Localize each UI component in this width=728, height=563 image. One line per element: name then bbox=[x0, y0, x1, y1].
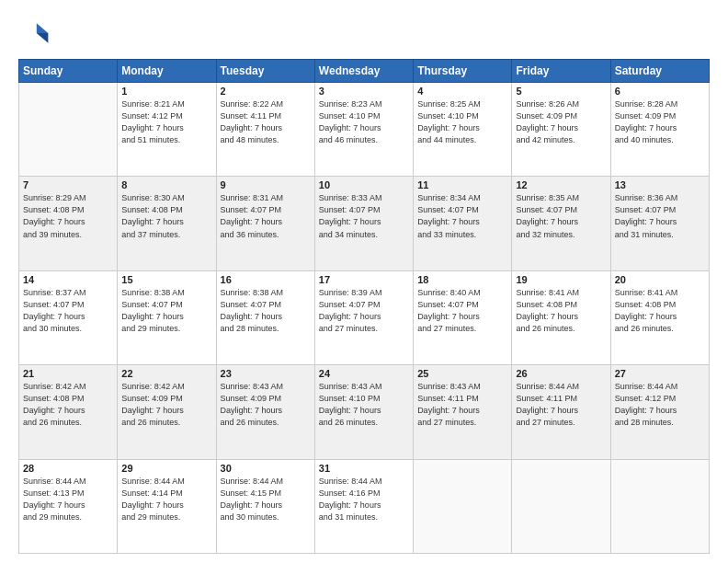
day-info: Sunrise: 8:43 AM Sunset: 4:09 PM Dayligh… bbox=[221, 381, 311, 429]
day-number: 27 bbox=[615, 368, 705, 379]
calendar-cell: 9Sunrise: 8:31 AM Sunset: 4:07 PM Daylig… bbox=[216, 177, 314, 270]
day-info: Sunrise: 8:44 AM Sunset: 4:13 PM Dayligh… bbox=[23, 476, 113, 523]
day-number: 21 bbox=[23, 368, 113, 379]
day-info: Sunrise: 8:34 AM Sunset: 4:07 PM Dayligh… bbox=[417, 192, 507, 240]
day-number: 22 bbox=[121, 368, 211, 379]
day-info: Sunrise: 8:44 AM Sunset: 4:16 PM Dayligh… bbox=[319, 476, 409, 523]
weekday-header-row: SundayMondayTuesdayWednesdayThursdayFrid… bbox=[19, 60, 710, 83]
calendar-cell: 11Sunrise: 8:34 AM Sunset: 4:07 PM Dayli… bbox=[414, 177, 512, 270]
svg-marker-0 bbox=[37, 23, 49, 33]
calendar-cell: 30Sunrise: 8:44 AM Sunset: 4:15 PM Dayli… bbox=[216, 459, 314, 553]
calendar-cell: 19Sunrise: 8:41 AM Sunset: 4:08 PM Dayli… bbox=[512, 270, 610, 364]
day-info: Sunrise: 8:44 AM Sunset: 4:15 PM Dayligh… bbox=[221, 476, 311, 523]
day-number: 26 bbox=[516, 368, 606, 379]
week-row-5: 28Sunrise: 8:44 AM Sunset: 4:13 PM Dayli… bbox=[19, 459, 710, 553]
day-number: 7 bbox=[23, 179, 113, 190]
day-info: Sunrise: 8:33 AM Sunset: 4:07 PM Dayligh… bbox=[319, 192, 409, 240]
calendar-cell: 1Sunrise: 8:21 AM Sunset: 4:12 PM Daylig… bbox=[118, 83, 216, 177]
day-info: Sunrise: 8:22 AM Sunset: 4:11 PM Dayligh… bbox=[221, 98, 311, 146]
day-number: 8 bbox=[121, 179, 211, 190]
day-info: Sunrise: 8:21 AM Sunset: 4:12 PM Dayligh… bbox=[121, 98, 211, 146]
day-number: 10 bbox=[319, 179, 409, 190]
calendar-cell: 13Sunrise: 8:36 AM Sunset: 4:07 PM Dayli… bbox=[610, 177, 709, 270]
calendar-cell: 20Sunrise: 8:41 AM Sunset: 4:08 PM Dayli… bbox=[610, 270, 709, 364]
day-info: Sunrise: 8:31 AM Sunset: 4:07 PM Dayligh… bbox=[221, 192, 311, 240]
logo-icon bbox=[18, 17, 51, 50]
day-info: Sunrise: 8:23 AM Sunset: 4:10 PM Dayligh… bbox=[319, 98, 409, 146]
day-info: Sunrise: 8:42 AM Sunset: 4:08 PM Dayligh… bbox=[23, 381, 113, 429]
day-info: Sunrise: 8:26 AM Sunset: 4:09 PM Dayligh… bbox=[516, 98, 606, 146]
calendar-cell: 14Sunrise: 8:37 AM Sunset: 4:07 PM Dayli… bbox=[19, 270, 118, 364]
calendar-cell: 27Sunrise: 8:44 AM Sunset: 4:12 PM Dayli… bbox=[610, 365, 709, 459]
day-info: Sunrise: 8:30 AM Sunset: 4:08 PM Dayligh… bbox=[121, 192, 211, 240]
calendar-cell: 25Sunrise: 8:43 AM Sunset: 4:11 PM Dayli… bbox=[414, 365, 512, 459]
day-number: 12 bbox=[516, 179, 606, 190]
calendar-cell: 24Sunrise: 8:43 AM Sunset: 4:10 PM Dayli… bbox=[314, 365, 413, 459]
day-info: Sunrise: 8:39 AM Sunset: 4:07 PM Dayligh… bbox=[319, 287, 409, 335]
day-info: Sunrise: 8:28 AM Sunset: 4:09 PM Dayligh… bbox=[615, 98, 705, 146]
day-number: 11 bbox=[417, 179, 507, 190]
day-number: 24 bbox=[319, 368, 409, 379]
svg-marker-1 bbox=[37, 33, 49, 43]
calendar-cell bbox=[512, 459, 610, 553]
calendar-table: SundayMondayTuesdayWednesdayThursdayFrid… bbox=[18, 59, 710, 554]
day-number: 13 bbox=[615, 179, 705, 190]
day-info: Sunrise: 8:41 AM Sunset: 4:08 PM Dayligh… bbox=[615, 287, 705, 335]
day-number: 1 bbox=[121, 86, 211, 97]
calendar-cell bbox=[610, 459, 709, 553]
calendar-cell: 8Sunrise: 8:30 AM Sunset: 4:08 PM Daylig… bbox=[118, 177, 216, 270]
calendar-cell: 7Sunrise: 8:29 AM Sunset: 4:08 PM Daylig… bbox=[19, 177, 118, 270]
day-info: Sunrise: 8:40 AM Sunset: 4:07 PM Dayligh… bbox=[417, 287, 507, 335]
calendar-cell: 10Sunrise: 8:33 AM Sunset: 4:07 PM Dayli… bbox=[314, 177, 413, 270]
calendar-cell: 6Sunrise: 8:28 AM Sunset: 4:09 PM Daylig… bbox=[610, 83, 709, 177]
day-info: Sunrise: 8:38 AM Sunset: 4:07 PM Dayligh… bbox=[221, 287, 311, 335]
day-info: Sunrise: 8:44 AM Sunset: 4:12 PM Dayligh… bbox=[615, 381, 705, 429]
week-row-2: 7Sunrise: 8:29 AM Sunset: 4:08 PM Daylig… bbox=[19, 177, 710, 270]
weekday-header-tuesday: Tuesday bbox=[216, 60, 314, 83]
week-row-4: 21Sunrise: 8:42 AM Sunset: 4:08 PM Dayli… bbox=[19, 365, 710, 459]
day-info: Sunrise: 8:38 AM Sunset: 4:07 PM Dayligh… bbox=[121, 287, 211, 335]
calendar-cell: 4Sunrise: 8:25 AM Sunset: 4:10 PM Daylig… bbox=[414, 83, 512, 177]
day-number: 3 bbox=[319, 86, 409, 97]
day-number: 23 bbox=[221, 368, 311, 379]
day-info: Sunrise: 8:42 AM Sunset: 4:09 PM Dayligh… bbox=[121, 381, 211, 429]
day-info: Sunrise: 8:36 AM Sunset: 4:07 PM Dayligh… bbox=[615, 192, 705, 240]
day-number: 15 bbox=[121, 274, 211, 285]
week-row-3: 14Sunrise: 8:37 AM Sunset: 4:07 PM Dayli… bbox=[19, 270, 710, 364]
day-info: Sunrise: 8:29 AM Sunset: 4:08 PM Dayligh… bbox=[23, 192, 113, 240]
calendar-cell: 3Sunrise: 8:23 AM Sunset: 4:10 PM Daylig… bbox=[314, 83, 413, 177]
header bbox=[18, 17, 710, 50]
day-number: 4 bbox=[417, 86, 507, 97]
page: SundayMondayTuesdayWednesdayThursdayFrid… bbox=[0, 0, 728, 563]
calendar-cell: 18Sunrise: 8:40 AM Sunset: 4:07 PM Dayli… bbox=[414, 270, 512, 364]
day-number: 25 bbox=[417, 368, 507, 379]
day-info: Sunrise: 8:44 AM Sunset: 4:11 PM Dayligh… bbox=[516, 381, 606, 429]
day-info: Sunrise: 8:43 AM Sunset: 4:11 PM Dayligh… bbox=[417, 381, 507, 429]
day-info: Sunrise: 8:44 AM Sunset: 4:14 PM Dayligh… bbox=[121, 476, 211, 523]
weekday-header-saturday: Saturday bbox=[610, 60, 709, 83]
week-row-1: 1Sunrise: 8:21 AM Sunset: 4:12 PM Daylig… bbox=[19, 83, 710, 177]
day-number: 17 bbox=[319, 274, 409, 285]
day-number: 31 bbox=[319, 463, 409, 474]
day-number: 5 bbox=[516, 86, 606, 97]
calendar-cell: 23Sunrise: 8:43 AM Sunset: 4:09 PM Dayli… bbox=[216, 365, 314, 459]
calendar-cell: 16Sunrise: 8:38 AM Sunset: 4:07 PM Dayli… bbox=[216, 270, 314, 364]
calendar-cell: 21Sunrise: 8:42 AM Sunset: 4:08 PM Dayli… bbox=[19, 365, 118, 459]
calendar-cell: 12Sunrise: 8:35 AM Sunset: 4:07 PM Dayli… bbox=[512, 177, 610, 270]
day-info: Sunrise: 8:25 AM Sunset: 4:10 PM Dayligh… bbox=[417, 98, 507, 146]
day-number: 14 bbox=[23, 274, 113, 285]
day-info: Sunrise: 8:35 AM Sunset: 4:07 PM Dayligh… bbox=[516, 192, 606, 240]
calendar-cell bbox=[19, 83, 118, 177]
weekday-header-friday: Friday bbox=[512, 60, 610, 83]
calendar-cell: 17Sunrise: 8:39 AM Sunset: 4:07 PM Dayli… bbox=[314, 270, 413, 364]
calendar-cell: 2Sunrise: 8:22 AM Sunset: 4:11 PM Daylig… bbox=[216, 83, 314, 177]
day-number: 20 bbox=[615, 274, 705, 285]
day-number: 29 bbox=[121, 463, 211, 474]
day-number: 6 bbox=[615, 86, 705, 97]
day-number: 18 bbox=[417, 274, 507, 285]
day-number: 2 bbox=[221, 86, 311, 97]
weekday-header-sunday: Sunday bbox=[19, 60, 118, 83]
day-number: 30 bbox=[221, 463, 311, 474]
calendar-cell: 15Sunrise: 8:38 AM Sunset: 4:07 PM Dayli… bbox=[118, 270, 216, 364]
calendar-cell: 28Sunrise: 8:44 AM Sunset: 4:13 PM Dayli… bbox=[19, 459, 118, 553]
